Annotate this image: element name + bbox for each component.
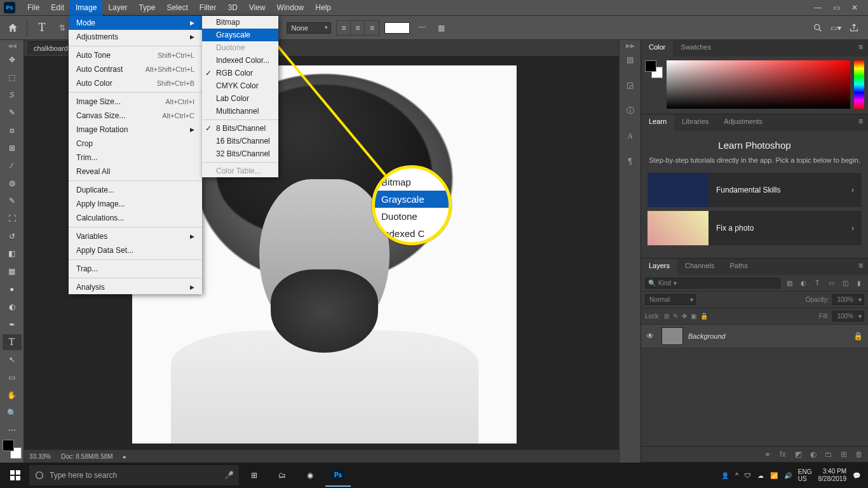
lock-trans-icon[interactable]: ⊞ — [664, 313, 669, 320]
filter-type-icon[interactable]: T — [812, 278, 822, 288]
menu-item[interactable]: Mode▶ — [69, 16, 202, 30]
align-right-icon[interactable]: ≡ — [365, 21, 379, 35]
adjustment-icon[interactable]: ◐ — [808, 449, 818, 459]
filter-smart-icon[interactable]: ◫ — [840, 278, 850, 288]
blur-tool-icon[interactable]: ● — [3, 281, 22, 297]
layer-name[interactable]: Background — [688, 332, 726, 340]
color-fgbg[interactable] — [645, 60, 663, 78]
lasso-tool-icon[interactable]: 𝘚 — [3, 87, 22, 104]
lock-icon[interactable]: 🔒 — [853, 332, 863, 341]
layer-item[interactable]: 👁 Background 🔒 — [641, 325, 868, 348]
close-icon[interactable]: ✕ — [851, 3, 858, 12]
learn-tile[interactable]: Fundamental Skills › — [648, 173, 862, 207]
frame-tool-icon[interactable]: ⊠ — [3, 140, 22, 156]
visibility-icon[interactable]: 👁 — [646, 332, 656, 341]
info-panel-icon[interactable]: ⓘ — [623, 104, 637, 118]
menu-item[interactable]: Crop — [69, 137, 202, 151]
menu-window[interactable]: Window — [271, 0, 310, 16]
fg-bg-color[interactable] — [3, 440, 22, 459]
tab-learn[interactable]: Learn — [641, 114, 674, 131]
workspace-icon[interactable]: ▭▾ — [831, 24, 841, 32]
healing-tool-icon[interactable]: ◍ — [3, 175, 22, 191]
taskbar-search[interactable]: Type here to search 🎤 — [29, 465, 239, 485]
menu-item[interactable]: Auto ContrastAlt+Shift+Ctrl+L — [69, 62, 202, 76]
tray-security-icon[interactable]: 🛡 — [745, 472, 751, 479]
submenu-item[interactable]: Bitmap — [202, 16, 278, 29]
menu-item[interactable]: Trap... — [69, 262, 202, 276]
menu-item[interactable]: Auto ToneShift+Ctrl+L — [69, 48, 202, 62]
align-center-icon[interactable]: ≡ — [351, 21, 365, 35]
menu-item[interactable]: Adjustments▶ — [69, 30, 202, 44]
notifications-icon[interactable]: 💬 — [853, 472, 860, 479]
antialias-select[interactable]: None — [287, 22, 331, 34]
history-panel-icon[interactable]: ▤ — [623, 53, 637, 67]
submenu-item[interactable]: ✓8 Bits/Channel — [202, 122, 278, 135]
expand-icon[interactable]: ▶▶ — [626, 43, 635, 49]
menu-3d[interactable]: 3D — [222, 0, 243, 16]
submenu-item[interactable]: 16 Bits/Channel — [202, 135, 278, 147]
filter-toggle-icon[interactable]: ▮ — [854, 278, 864, 288]
edit-toolbar-icon[interactable]: ⋯ — [3, 422, 22, 438]
zoom-tool-icon[interactable]: 🔍 — [3, 405, 22, 421]
search-icon[interactable] — [813, 23, 823, 33]
type-tool-icon[interactable]: T — [3, 334, 22, 351]
panel-menu-icon[interactable]: ≡ — [853, 40, 868, 57]
menu-item[interactable]: Image Size...Alt+Ctrl+I — [69, 95, 202, 109]
tab-adjustments[interactable]: Adjustments — [716, 114, 770, 131]
tab-swatches[interactable]: Swatches — [673, 40, 719, 57]
photoshop-taskbar-icon[interactable]: Ps — [325, 464, 351, 487]
submenu-item[interactable]: CMYK Color — [202, 79, 278, 92]
quick-select-tool-icon[interactable]: ✎ — [3, 104, 22, 121]
tray-volume-icon[interactable]: 🔊 — [784, 472, 792, 479]
hue-slider[interactable] — [854, 60, 864, 109]
text-color-swatch[interactable] — [384, 22, 410, 34]
menu-select[interactable]: Select — [161, 0, 193, 16]
panel-menu-icon[interactable]: ≡ — [853, 259, 868, 275]
menu-item[interactable]: Calculations... — [69, 211, 202, 225]
path-select-tool-icon[interactable]: ↖ — [3, 351, 22, 368]
character-panel-icon[interactable]: A — [623, 129, 637, 143]
filter-pixel-icon[interactable]: ▧ — [784, 278, 794, 288]
tab-color[interactable]: Color — [641, 40, 673, 57]
tab-channels[interactable]: Channels — [677, 259, 722, 275]
tray-lang[interactable]: ENGUS — [798, 468, 812, 482]
menu-layer[interactable]: Layer — [102, 0, 133, 16]
zoom-level[interactable]: 33.33% — [29, 453, 51, 460]
align-left-icon[interactable]: ≡ — [337, 21, 351, 35]
menu-item[interactable]: Analysis▶ — [69, 280, 202, 294]
tray-people-icon[interactable]: 👤 — [721, 472, 729, 479]
submenu-item[interactable]: Indexed Color... — [202, 54, 278, 67]
collapse-icon[interactable]: ◀◀ — [8, 43, 17, 49]
pen-tool-icon[interactable]: ✒ — [3, 316, 22, 333]
maximize-icon[interactable]: ▭ — [833, 3, 840, 12]
link-layers-icon[interactable]: ⚭ — [763, 449, 773, 459]
tray-wifi-icon[interactable]: 📶 — [770, 472, 778, 479]
tab-paths[interactable]: Paths — [722, 259, 756, 275]
filter-shape-icon[interactable]: ▭ — [826, 278, 836, 288]
properties-panel-icon[interactable]: ◲ — [623, 78, 637, 92]
mask-icon[interactable]: ◩ — [793, 449, 803, 459]
learn-tile[interactable]: Fix a photo › — [648, 211, 862, 245]
menu-filter[interactable]: Filter — [194, 0, 222, 16]
menu-image[interactable]: Image — [70, 0, 102, 16]
menu-item[interactable]: Reveal All — [69, 165, 202, 179]
eraser-tool-icon[interactable]: ◧ — [3, 246, 22, 262]
paragraph-panel-icon[interactable]: ¶ — [623, 154, 637, 168]
move-tool-icon[interactable]: ✥ — [3, 51, 22, 68]
task-view-icon[interactable]: ⊞ — [241, 464, 267, 487]
menu-item[interactable]: Trim... — [69, 151, 202, 165]
menu-type[interactable]: Type — [133, 0, 161, 16]
menu-view[interactable]: View — [243, 0, 271, 16]
tray-up-icon[interactable]: ^ — [735, 472, 738, 479]
tab-layers[interactable]: Layers — [641, 259, 677, 275]
menu-item[interactable]: Apply Data Set... — [69, 243, 202, 257]
lock-pixel-icon[interactable]: ✎ — [673, 313, 678, 320]
layer-filter-select[interactable]: 🔍 Kind ▾ — [645, 278, 780, 288]
panel-menu-icon[interactable]: ≡ — [853, 114, 868, 131]
minimize-icon[interactable]: — — [814, 3, 822, 12]
shape-tool-icon[interactable]: ▭ — [3, 369, 22, 386]
blend-mode-select[interactable]: Normal — [645, 294, 696, 305]
menu-item[interactable]: Variables▶ — [69, 229, 202, 243]
hand-tool-icon[interactable]: ✋ — [3, 387, 22, 403]
fill-value[interactable]: 100% — [832, 311, 864, 322]
